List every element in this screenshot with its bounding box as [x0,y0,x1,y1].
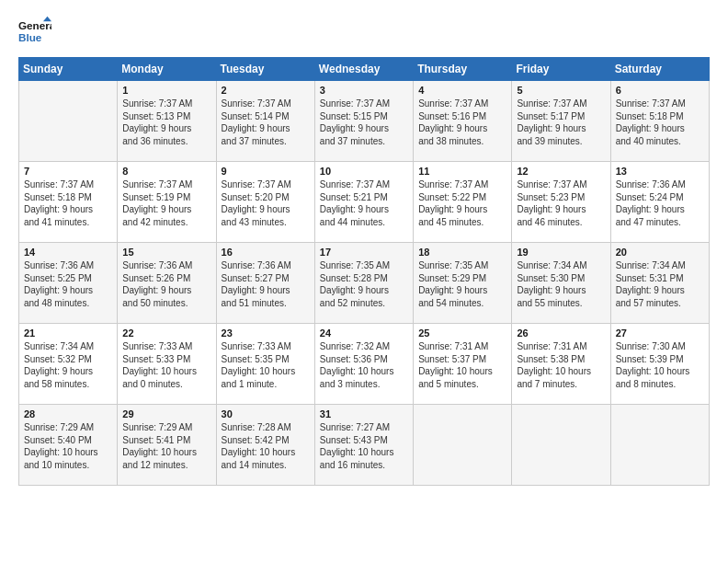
day-number: 24 [320,327,408,339]
calendar-cell: 2Sunrise: 7:37 AMSunset: 5:14 PMDaylight… [216,81,314,162]
day-header-saturday: Saturday [610,58,709,81]
calendar-cell: 11Sunrise: 7:37 AMSunset: 5:22 PMDayligh… [414,162,512,243]
cell-content: Sunrise: 7:37 AMSunset: 5:15 PMDaylight:… [320,98,408,147]
cell-content: Sunrise: 7:34 AMSunset: 5:32 PMDaylight:… [24,340,112,390]
calendar-cell: 26Sunrise: 7:31 AMSunset: 5:38 PMDayligh… [512,324,610,405]
day-number: 30 [222,408,310,419]
day-number: 13 [616,166,704,177]
page-header: General Blue [18,15,710,48]
cell-content: Sunrise: 7:37 AMSunset: 5:21 PMDaylight:… [320,178,408,228]
day-number: 6 [616,85,704,96]
day-number: 3 [320,85,408,96]
calendar-table: SundayMondayTuesdayWednesdayThursdayFrid… [18,57,710,486]
day-number: 15 [122,247,210,258]
cell-content: Sunrise: 7:27 AMSunset: 5:43 PMDaylight:… [320,421,408,471]
day-number: 23 [222,327,310,339]
calendar-cell: 9Sunrise: 7:37 AMSunset: 5:20 PMDaylight… [216,162,314,243]
day-number: 16 [222,247,310,258]
cell-content: Sunrise: 7:29 AMSunset: 5:41 PMDaylight:… [122,421,210,471]
calendar-cell: 24Sunrise: 7:32 AMSunset: 5:36 PMDayligh… [314,324,413,405]
calendar-cell: 16Sunrise: 7:36 AMSunset: 5:27 PMDayligh… [216,243,314,324]
day-number: 8 [122,166,210,177]
cell-content: Sunrise: 7:37 AMSunset: 5:13 PMDaylight:… [122,98,210,147]
calendar-cell [512,405,610,486]
day-number: 26 [517,327,605,339]
day-number: 4 [418,85,506,96]
calendar-cell: 18Sunrise: 7:35 AMSunset: 5:29 PMDayligh… [414,243,512,324]
calendar-cell: 3Sunrise: 7:37 AMSunset: 5:15 PMDaylight… [314,81,413,162]
day-number: 22 [122,327,210,339]
cell-content: Sunrise: 7:37 AMSunset: 5:18 PMDaylight:… [24,178,112,228]
cell-content: Sunrise: 7:37 AMSunset: 5:16 PMDaylight:… [418,98,506,147]
calendar-cell: 1Sunrise: 7:37 AMSunset: 5:13 PMDaylight… [118,81,216,162]
cell-content: Sunrise: 7:28 AMSunset: 5:42 PMDaylight:… [222,421,310,471]
day-number: 12 [517,166,605,177]
day-number: 5 [517,85,605,96]
day-header-thursday: Thursday [414,58,512,81]
cell-content: Sunrise: 7:30 AMSunset: 5:39 PMDaylight:… [616,340,704,390]
day-number: 28 [24,408,112,419]
cell-content: Sunrise: 7:37 AMSunset: 5:19 PMDaylight:… [122,178,210,228]
day-header-tuesday: Tuesday [216,58,314,81]
day-number: 17 [320,247,408,258]
calendar-cell: 19Sunrise: 7:34 AMSunset: 5:30 PMDayligh… [512,243,610,324]
day-number: 31 [320,408,408,419]
cell-content: Sunrise: 7:29 AMSunset: 5:40 PMDaylight:… [24,421,112,471]
day-number: 29 [122,408,210,419]
day-number: 27 [616,327,704,339]
cell-content: Sunrise: 7:34 AMSunset: 5:30 PMDaylight:… [517,259,605,309]
calendar-cell [414,405,512,486]
cell-content: Sunrise: 7:36 AMSunset: 5:26 PMDaylight:… [122,259,210,309]
cell-content: Sunrise: 7:33 AMSunset: 5:33 PMDaylight:… [122,340,210,390]
cell-content: Sunrise: 7:33 AMSunset: 5:35 PMDaylight:… [222,340,310,390]
calendar-cell: 4Sunrise: 7:37 AMSunset: 5:16 PMDaylight… [414,81,512,162]
day-number: 7 [24,166,112,177]
calendar-cell: 15Sunrise: 7:36 AMSunset: 5:26 PMDayligh… [118,243,216,324]
calendar-cell: 13Sunrise: 7:36 AMSunset: 5:24 PMDayligh… [610,162,709,243]
day-number: 1 [122,85,210,96]
calendar-cell: 31Sunrise: 7:27 AMSunset: 5:43 PMDayligh… [314,405,413,486]
cell-content: Sunrise: 7:32 AMSunset: 5:36 PMDaylight:… [320,340,408,390]
calendar-cell: 20Sunrise: 7:34 AMSunset: 5:31 PMDayligh… [610,243,709,324]
day-number: 2 [222,85,310,96]
day-number: 20 [616,247,704,258]
cell-content: Sunrise: 7:36 AMSunset: 5:24 PMDaylight:… [616,178,704,228]
calendar-cell: 14Sunrise: 7:36 AMSunset: 5:25 PMDayligh… [19,243,118,324]
calendar-cell: 23Sunrise: 7:33 AMSunset: 5:35 PMDayligh… [216,324,314,405]
week-row-4: 21Sunrise: 7:34 AMSunset: 5:32 PMDayligh… [19,324,710,405]
cell-content: Sunrise: 7:37 AMSunset: 5:17 PMDaylight:… [517,98,605,147]
logo-icon: General Blue [18,15,51,48]
calendar-cell: 30Sunrise: 7:28 AMSunset: 5:42 PMDayligh… [216,405,314,486]
day-number: 19 [517,247,605,258]
calendar-cell [19,81,118,162]
day-number: 25 [418,327,506,339]
calendar-cell: 29Sunrise: 7:29 AMSunset: 5:41 PMDayligh… [118,405,216,486]
calendar-cell: 27Sunrise: 7:30 AMSunset: 5:39 PMDayligh… [610,324,709,405]
day-number: 21 [24,327,112,339]
calendar-cell: 25Sunrise: 7:31 AMSunset: 5:37 PMDayligh… [414,324,512,405]
cell-content: Sunrise: 7:31 AMSunset: 5:37 PMDaylight:… [418,340,506,390]
header-row: SundayMondayTuesdayWednesdayThursdayFrid… [19,58,710,81]
calendar-cell: 28Sunrise: 7:29 AMSunset: 5:40 PMDayligh… [19,405,118,486]
week-row-1: 1Sunrise: 7:37 AMSunset: 5:13 PMDaylight… [19,81,710,162]
calendar-cell: 7Sunrise: 7:37 AMSunset: 5:18 PMDaylight… [19,162,118,243]
week-row-3: 14Sunrise: 7:36 AMSunset: 5:25 PMDayligh… [19,243,710,324]
day-number: 9 [222,166,310,177]
week-row-5: 28Sunrise: 7:29 AMSunset: 5:40 PMDayligh… [19,405,710,486]
cell-content: Sunrise: 7:36 AMSunset: 5:25 PMDaylight:… [24,259,112,309]
day-header-wednesday: Wednesday [314,58,413,81]
cell-content: Sunrise: 7:37 AMSunset: 5:23 PMDaylight:… [517,178,605,228]
day-number: 14 [24,247,112,258]
svg-text:Blue: Blue [18,31,42,43]
day-header-friday: Friday [512,58,610,81]
calendar-cell: 22Sunrise: 7:33 AMSunset: 5:33 PMDayligh… [118,324,216,405]
cell-content: Sunrise: 7:37 AMSunset: 5:20 PMDaylight:… [222,178,310,228]
day-number: 10 [320,166,408,177]
calendar-cell: 21Sunrise: 7:34 AMSunset: 5:32 PMDayligh… [19,324,118,405]
cell-content: Sunrise: 7:37 AMSunset: 5:14 PMDaylight:… [222,98,310,147]
calendar-cell: 6Sunrise: 7:37 AMSunset: 5:18 PMDaylight… [610,81,709,162]
calendar-cell: 17Sunrise: 7:35 AMSunset: 5:28 PMDayligh… [314,243,413,324]
day-number: 18 [418,247,506,258]
cell-content: Sunrise: 7:37 AMSunset: 5:18 PMDaylight:… [616,98,704,147]
calendar-cell: 8Sunrise: 7:37 AMSunset: 5:19 PMDaylight… [118,162,216,243]
